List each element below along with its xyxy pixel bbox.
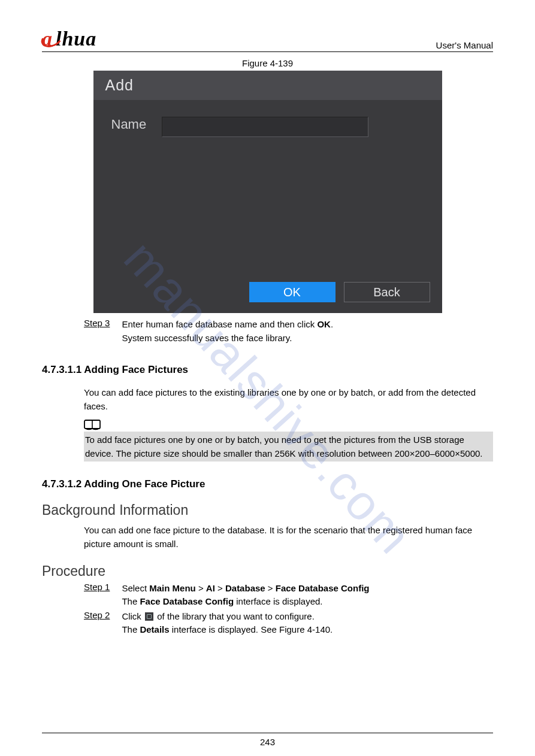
name-label: Name xyxy=(111,117,147,132)
s1-sep3: > xyxy=(265,583,276,593)
footer-rule xyxy=(42,733,493,733)
s1-line2-bold: Face Database Config xyxy=(140,596,234,606)
section-47312-title: 4.7.3.1.2 Adding One Face Picture xyxy=(42,478,493,490)
ok-button[interactable]: OK xyxy=(249,282,335,302)
s1-line2-post: interface is displayed. xyxy=(234,596,322,606)
dialog-title: Add xyxy=(93,71,442,100)
step3-line2: System successfully saves the face libra… xyxy=(122,333,292,343)
s1-b3: Database xyxy=(225,583,265,593)
dialog-body: Name xyxy=(93,100,442,274)
dialog-footer: OK Back xyxy=(93,274,442,313)
procedure-heading: Procedure xyxy=(42,563,493,579)
s1-b2: AI xyxy=(206,583,215,593)
page-header: a lhua User's Manual xyxy=(42,28,493,52)
s1-pre: Select xyxy=(122,583,149,593)
figure-caption: Figure 4-139 xyxy=(42,58,493,68)
proc-step2-body: Click of the library that you want to co… xyxy=(122,610,493,637)
step3-line1-bold: OK xyxy=(317,319,331,329)
note-icon xyxy=(42,418,493,430)
s2-pre: Click xyxy=(122,611,144,621)
proc-step1-label: Step 1 xyxy=(84,582,110,609)
add-dialog: Add Name OK Back xyxy=(93,71,442,313)
s2-post: of the library that you want to configur… xyxy=(155,611,315,621)
proc-step2-row: Step 2 Click of the library that you wan… xyxy=(42,610,493,637)
step3-body: Enter human face database name and then … xyxy=(122,318,493,345)
s1-sep1: > xyxy=(196,583,206,593)
back-button[interactable]: Back xyxy=(344,282,430,302)
step3-row: Step 3 Enter human face database name an… xyxy=(42,318,493,345)
step3-label: Step 3 xyxy=(84,318,110,345)
step3-line1-pre: Enter human face database name and then … xyxy=(122,319,317,329)
page-number: 243 xyxy=(42,737,493,747)
section-47311-note: To add face pictures one by one or by ba… xyxy=(84,432,493,462)
background-info-heading: Background Information xyxy=(42,502,493,518)
step3-line1-post: . xyxy=(331,319,333,329)
s2-line2-post: interface is displayed. See Figure 4-140… xyxy=(170,624,333,634)
proc-step1-body: Select Main Menu > AI > Database > Face … xyxy=(122,582,493,609)
doc-title: User's Manual xyxy=(436,40,493,50)
logo-a-mark: a xyxy=(42,28,53,50)
section-47311-para: You can add face pictures to the existin… xyxy=(42,385,493,414)
s1-b1: Main Menu xyxy=(149,583,196,593)
s1-line2-pre: The xyxy=(122,596,140,606)
proc-step1-row: Step 1 Select Main Menu > AI > Database … xyxy=(42,582,493,609)
section-47311-title: 4.7.3.1.1 Adding Face Pictures xyxy=(42,364,493,376)
s2-line2-bold: Details xyxy=(140,624,169,634)
s2-line2-pre: The xyxy=(122,624,140,634)
proc-step2-label: Step 2 xyxy=(84,610,110,637)
background-info-para: You can add one face picture to the data… xyxy=(42,523,493,551)
name-input[interactable] xyxy=(162,117,368,137)
s1-sep2: > xyxy=(215,583,225,593)
s1-b4: Face Database Config xyxy=(276,583,370,593)
brand-logo: a lhua xyxy=(42,28,96,50)
configure-icon xyxy=(145,612,153,621)
